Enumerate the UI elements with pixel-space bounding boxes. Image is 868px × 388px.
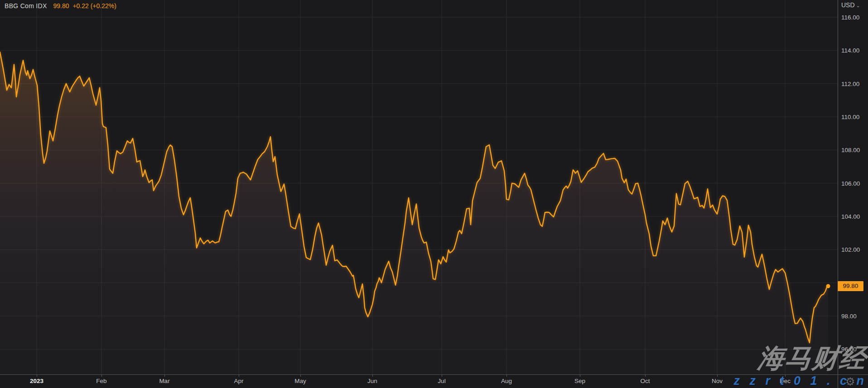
y-tick-label: 112.00 (841, 80, 867, 87)
x-tick (37, 375, 37, 377)
x-tick (372, 375, 373, 377)
gear-watermark-icon: ⚙ (845, 375, 855, 388)
last-price-tag: 99.80 (838, 281, 863, 291)
last-price: 99.80 (53, 2, 69, 10)
y-tick-label: 108.00 (841, 147, 867, 153)
x-tick (239, 375, 239, 377)
y-tick-label: 102.00 (841, 246, 867, 253)
x-tick-label: Apr (234, 378, 243, 384)
y-axis-border (838, 0, 838, 388)
x-tick-label: May (294, 378, 306, 384)
y-tick-label: 98.00 (841, 312, 867, 319)
y-tick-label: 114.00 (841, 47, 867, 54)
x-tick-label: Jul (438, 378, 445, 384)
x-tick-label: Oct (640, 378, 650, 384)
chart-window: BBG Com IDX 99.80 +0.22 (+0.22%) USD⌄ 11… (0, 0, 868, 388)
x-tick (580, 375, 580, 377)
price-change: +0.22 (+0.22%) (72, 2, 116, 10)
x-tick-label: Aug (501, 378, 512, 384)
currency-label: USD (841, 1, 855, 9)
last-price-dot (826, 284, 830, 288)
y-tick-label: 106.00 (841, 180, 867, 187)
x-tick-label: Jun (367, 378, 377, 384)
x-tick (717, 375, 718, 377)
x-tick (300, 375, 301, 377)
y-tick-label: 116.00 (841, 14, 867, 21)
x-tick (442, 375, 442, 377)
x-tick-label: Mar (159, 378, 169, 384)
last-price-quote: 99.80 +0.22 (+0.22%) (53, 2, 116, 10)
security-title: BBG Com IDX (5, 2, 47, 10)
y-tick-label: 104.00 (841, 213, 867, 220)
x-tick-label: Sep (574, 378, 585, 384)
watermark-cjk: 海马财经 (756, 341, 868, 376)
x-tick (101, 375, 102, 377)
x-tick (645, 375, 646, 377)
last-price-tag-value: 99.80 (843, 283, 858, 289)
x-tick-label: 2023 (30, 378, 43, 384)
y-tick-label: 110.00 (841, 113, 867, 120)
x-tick (506, 375, 507, 377)
x-tick (164, 375, 165, 377)
chevron-down-icon: ⌄ (856, 3, 860, 8)
chart-header: BBG Com IDX 99.80 +0.22 (+0.22%) (5, 2, 116, 10)
x-tick-label: Feb (96, 378, 106, 384)
price-chart-canvas[interactable] (0, 0, 868, 388)
currency-dropdown[interactable]: USD⌄ (841, 1, 860, 9)
x-tick-label: Nov (712, 378, 723, 384)
